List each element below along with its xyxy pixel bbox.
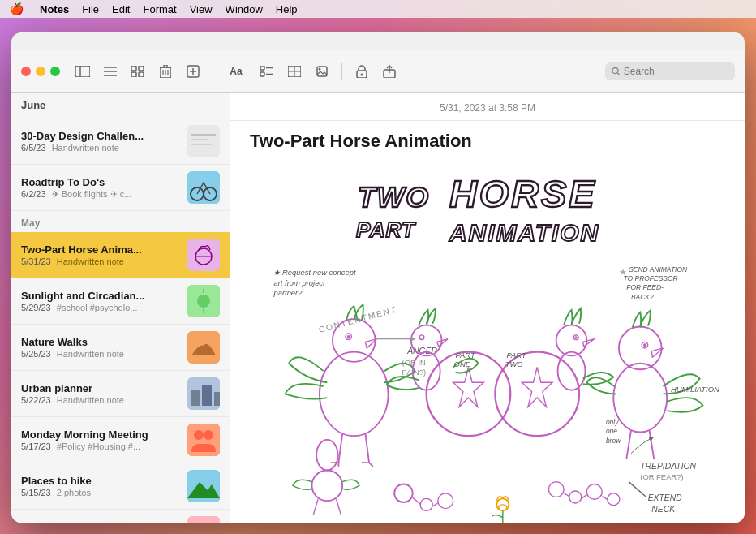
svg-point-71 xyxy=(347,335,350,338)
note-thumb-4 xyxy=(187,285,220,317)
toolbar: Aa xyxy=(11,50,745,93)
search-icon xyxy=(612,67,621,76)
sidebar: June 30-Day Design Challen... 6/5/23 Han… xyxy=(11,93,230,523)
svg-rect-35 xyxy=(187,125,220,157)
menu-notes[interactable]: Notes xyxy=(40,3,69,15)
editor-body[interactable]: TWO PART HORSE ANIMATION ★ Request new c… xyxy=(230,158,745,523)
sidebar-section-june: June xyxy=(11,93,230,118)
svg-point-33 xyxy=(612,67,618,73)
list-view-button[interactable] xyxy=(99,60,122,83)
menu-file[interactable]: File xyxy=(82,3,99,15)
note-text-2: Roadtrip To Do's 6/2/23 ✈ Book flights ✈… xyxy=(21,176,181,200)
traffic-lights xyxy=(21,67,60,76)
svg-text:HUMILIATION: HUMILIATION xyxy=(671,385,719,394)
note-thumb-1 xyxy=(187,125,220,157)
svg-text:NECK: NECK xyxy=(651,505,676,514)
close-button[interactable] xyxy=(21,67,31,76)
note-item-1[interactable]: 30-Day Design Challen... 6/5/23 Handwrit… xyxy=(11,118,230,165)
share-button[interactable] xyxy=(378,60,401,83)
svg-text:★ Request new concept: ★ Request new concept xyxy=(273,268,355,277)
menu-view[interactable]: View xyxy=(190,3,213,15)
new-note-button[interactable] xyxy=(182,60,204,83)
note-meta-1: 6/5/23 Handwritten note xyxy=(21,143,181,153)
note-title-1: 30-Day Design Challen... xyxy=(21,130,181,142)
note-title-2: Roadtrip To Do's xyxy=(21,176,181,188)
menu-format[interactable]: Format xyxy=(143,3,176,15)
note-text-4: Sunlight and Circadian... 5/29/23 #schoo… xyxy=(21,290,181,312)
svg-rect-27 xyxy=(317,67,327,76)
note-item-8[interactable]: Places to hike 5/15/23 2 photos xyxy=(11,463,230,510)
svg-text:BACK?: BACK? xyxy=(631,293,654,301)
note-thumb-9 xyxy=(187,516,220,523)
svg-point-91 xyxy=(575,336,578,338)
gallery-view-button[interactable] xyxy=(127,60,149,83)
note-meta-7: 5/17/23 #Policy #Housing #... xyxy=(21,441,181,451)
separator-2 xyxy=(341,63,342,80)
minimize-button[interactable] xyxy=(36,67,45,76)
format-button[interactable]: Aa xyxy=(221,60,251,83)
note-item-7[interactable]: Monday Morning Meeting 5/17/23 #Policy #… xyxy=(11,417,230,463)
note-meta-4: 5/29/23 #school #psycholo... xyxy=(21,303,181,312)
note-thumb-2 xyxy=(187,171,220,204)
svg-point-30 xyxy=(361,73,363,75)
svg-rect-8 xyxy=(139,72,144,77)
svg-text:PART: PART xyxy=(507,351,527,360)
note-item-3[interactable]: Two-Part Horse Anima... 5/31/23 Handwrit… xyxy=(11,232,230,278)
svg-text:ANIMATION: ANIMATION xyxy=(449,219,599,246)
note-item-5[interactable]: Nature Walks 5/25/23 Handwritten note xyxy=(11,325,230,371)
svg-point-55 xyxy=(194,430,204,440)
note-item-2[interactable]: Roadtrip To Do's 6/2/23 ✈ Book flights ✈… xyxy=(11,165,230,211)
menu-help[interactable]: Help xyxy=(276,3,298,15)
notes-window: Aa June 30-D xyxy=(11,32,745,523)
editor-title: Two-Part Horse Animation xyxy=(230,121,745,158)
svg-text:EXTEND: EXTEND xyxy=(648,493,682,502)
table-button[interactable] xyxy=(283,60,306,83)
svg-text:PAIN?): PAIN?) xyxy=(402,368,427,377)
svg-rect-5 xyxy=(131,66,136,71)
svg-rect-51 xyxy=(191,390,200,406)
editor-timestamp: 5/31, 2023 at 3:58 PM xyxy=(230,93,745,121)
note-item-9[interactable]: Summer Outfits 5/15/23 xyxy=(11,510,230,523)
svg-text:one: one xyxy=(606,427,617,435)
fullscreen-button[interactable] xyxy=(50,67,60,76)
note-text-6: Urban planner 5/22/23 Handwritten note xyxy=(21,382,181,405)
note-title-9: Summer Outfits xyxy=(21,521,181,523)
note-item-4[interactable]: Sunlight and Circadian... 5/29/23 #schoo… xyxy=(11,278,230,325)
svg-line-34 xyxy=(617,72,620,75)
note-thumb-3 xyxy=(187,239,220,271)
menu-edit[interactable]: Edit xyxy=(112,3,130,15)
note-editor: 5/31, 2023 at 3:58 PM Two-Part Horse Ani… xyxy=(230,93,745,523)
svg-text:TO PROFESSOR: TO PROFESSOR xyxy=(624,274,678,282)
search-input[interactable] xyxy=(624,66,728,77)
svg-text:PART: PART xyxy=(356,217,416,242)
svg-text:partner?: partner? xyxy=(273,288,303,297)
note-meta-5: 5/25/23 Handwritten note xyxy=(21,349,181,359)
svg-rect-58 xyxy=(187,516,220,523)
note-item-6[interactable]: Urban planner 5/22/23 Handwritten note xyxy=(11,371,230,417)
svg-text:HORSE: HORSE xyxy=(449,172,596,215)
main-content: June 30-Day Design Challen... 6/5/23 Han… xyxy=(11,93,745,523)
svg-point-56 xyxy=(204,430,213,440)
note-text-9: Summer Outfits 5/15/23 xyxy=(21,521,181,523)
menu-window[interactable]: Window xyxy=(226,3,263,15)
note-title-7: Monday Morning Meeting xyxy=(21,428,181,441)
svg-rect-22 xyxy=(260,72,264,76)
note-text-1: 30-Day Design Challen... 6/5/23 Handwrit… xyxy=(21,130,181,153)
svg-text:FOR FEED-: FOR FEED- xyxy=(626,283,664,291)
note-text-3: Two-Part Horse Anima... 5/31/23 Handwrit… xyxy=(21,243,181,266)
svg-rect-6 xyxy=(139,66,144,71)
delete-button[interactable] xyxy=(154,60,177,83)
attachment-button[interactable] xyxy=(311,60,333,83)
apple-logo-icon[interactable]: 🍎 xyxy=(10,2,24,15)
note-list: 30-Day Design Challen... 6/5/23 Handwrit… xyxy=(11,118,230,523)
svg-text:only: only xyxy=(606,418,619,426)
sidebar-toggle-button[interactable] xyxy=(71,60,94,83)
svg-point-46 xyxy=(197,295,210,308)
lock-button[interactable] xyxy=(350,60,373,83)
note-title-5: Nature Walks xyxy=(21,336,181,348)
checklist-button[interactable] xyxy=(256,60,278,83)
note-thumb-8 xyxy=(187,470,220,502)
svg-rect-20 xyxy=(260,66,264,70)
separator-1 xyxy=(213,63,213,80)
svg-text:TWO: TWO xyxy=(505,360,524,368)
